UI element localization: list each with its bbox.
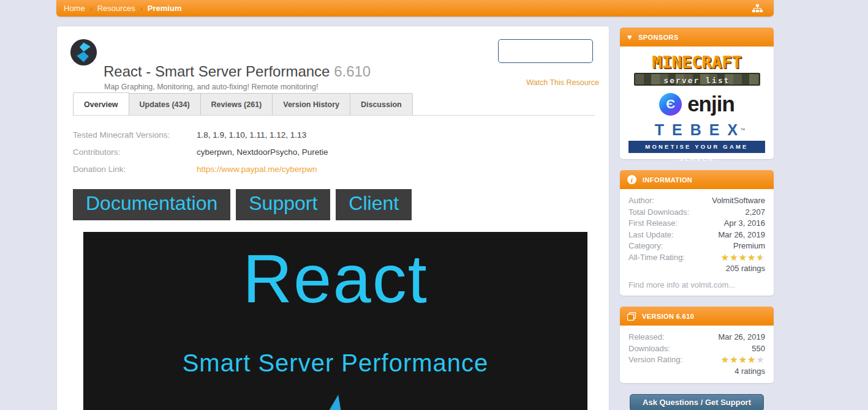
- version-label: Released:: [628, 332, 665, 343]
- author-link[interactable]: VolmitSoftware: [712, 195, 765, 207]
- page-title: React - Smart Server Performance 6.610: [104, 63, 371, 80]
- all-time-rating-stars: ★★★★★ ★★★★★: [721, 252, 765, 264]
- resource-banner-image: React Smart Server Performance: [83, 232, 587, 410]
- sponsors-body: MINECRAFT server list Є enjin TEBEX™ MON…: [620, 47, 774, 159]
- chevron-right-icon: ›: [90, 4, 92, 13]
- detail-row-donation: Donation Link: https://www.paypal.me/cyb…: [73, 163, 595, 175]
- info-row-category: Category: Premium: [628, 240, 765, 252]
- breadcrumb-premium: Premium: [148, 4, 182, 13]
- tab-reviews[interactable]: Reviews (261): [201, 93, 273, 116]
- support-button[interactable]: Support: [236, 189, 330, 220]
- info-row-author: Author: VolmitSoftware: [628, 195, 765, 207]
- stars-fill: ★★★★★: [721, 252, 761, 263]
- tab-version-history[interactable]: Version History: [273, 93, 350, 116]
- tab-divider: [73, 115, 595, 116]
- detail-row-versions: Tested Minecraft Versions: 1.8, 1.9, 1.1…: [73, 129, 595, 141]
- detail-label: Donation Link:: [73, 163, 197, 175]
- version-row-released: Released: Mar 26, 2019: [628, 332, 765, 343]
- sponsors-panel: ♥ SPONSORS MINECRAFT server list Є enjin…: [620, 28, 774, 159]
- version-value: 550: [752, 343, 765, 355]
- detail-value: cyberpwn, NextdoorPsycho, Puretie: [197, 146, 328, 158]
- heart-icon: ♥: [627, 32, 632, 42]
- resource-details: Tested Minecraft Versions: 1.8, 1.9, 1.1…: [73, 129, 595, 181]
- detail-value: 1.8, 1.9, 1.10, 1.11, 1.12, 1.13: [197, 129, 306, 141]
- buy-now-label: Buy Now for 7.99 USD: [499, 42, 592, 52]
- version-label: Downloads:: [628, 343, 670, 355]
- chevron-right-icon: ›: [140, 4, 143, 13]
- category-link[interactable]: Premium: [733, 240, 765, 252]
- find-more-info-link[interactable]: Find more info at volmit.com...: [628, 280, 765, 289]
- documentation-button[interactable]: Documentation: [73, 189, 230, 220]
- info-value: Mar 26, 2019: [718, 229, 765, 241]
- banner-title: React: [83, 239, 587, 318]
- version-value: Mar 26, 2019: [718, 332, 765, 343]
- client-button[interactable]: Client: [336, 189, 412, 220]
- detail-label: Tested Minecraft Versions:: [73, 129, 197, 141]
- info-row-first-release: First Release: Apr 3, 2016: [628, 218, 765, 229]
- sponsors-header: ♥ SPONSORS: [620, 28, 774, 47]
- resource-tagline: Map Graphing, Monitoring, and auto-fixin…: [104, 83, 319, 91]
- info-label: Author:: [628, 195, 654, 207]
- tebex-trademark: ™: [740, 127, 745, 133]
- info-row-last-update: Last Update: Mar 26, 2019: [628, 229, 765, 241]
- donation-link[interactable]: https://www.paypal.me/cyberpwn: [197, 163, 317, 175]
- tebex-tagline: MONETISE YOUR GAME SERVER: [628, 141, 765, 153]
- version-header: VERSION 6.610: [620, 307, 774, 326]
- info-label: Last Update:: [628, 229, 674, 241]
- sidebar: ♥ SPONSORS MINECRAFT server list Є enjin…: [620, 28, 774, 410]
- ask-questions-button[interactable]: Ask Questions / Get Support: [630, 394, 764, 410]
- version-row-rating: Version Rating: ★★★★★ ★★★★★: [628, 354, 765, 366]
- enjin-logo-text: enjin: [687, 92, 734, 116]
- version-body: Released: Mar 26, 2019 Downloads: 550 Ve…: [620, 326, 774, 383]
- breadcrumb: Home › Resources › Premium: [56, 0, 774, 17]
- watch-resource-link[interactable]: Watch This Resource: [526, 78, 599, 87]
- page: Home › Resources › Premium React - Smart…: [0, 0, 868, 410]
- info-label: First Release:: [628, 218, 677, 229]
- resource-logo-avatar[interactable]: [70, 39, 97, 66]
- resource-tabs: Overview Updates (434) Reviews (261) Ver…: [73, 92, 413, 116]
- tab-overview[interactable]: Overview: [73, 92, 129, 116]
- buy-file-size: 1.8 MB .jar: [499, 52, 592, 60]
- all-time-ratings-count: 205 ratings: [628, 263, 765, 274]
- info-label: Total Downloads:: [628, 207, 689, 218]
- enjin-banner[interactable]: Є enjin: [628, 92, 765, 116]
- resource-title-text: React - Smart Server Performance: [104, 63, 330, 80]
- version-panel: VERSION 6.610 Released: Mar 26, 2019 Dow…: [620, 307, 774, 383]
- detail-row-contributors: Contributors: cyberpwn, NextdoorPsycho, …: [73, 146, 595, 158]
- tebex-wordmark: TEBEX™: [628, 121, 765, 139]
- information-header-label: INFORMATION: [643, 176, 692, 184]
- server-list-logo-text: server list: [634, 73, 760, 86]
- copy-pages-icon: [627, 312, 636, 321]
- version-ratings-count: 4 ratings: [628, 366, 765, 377]
- version-rating-stars: ★★★★★ ★★★★★: [721, 354, 765, 366]
- stars-fill: ★★★★★: [721, 354, 757, 365]
- tebex-banner[interactable]: TEBEX™ MONETISE YOUR GAME SERVER: [628, 121, 765, 153]
- enjin-icon: Є: [659, 93, 682, 116]
- tab-discussion[interactable]: Discussion: [350, 93, 413, 116]
- info-label: Category:: [628, 240, 663, 252]
- info-row-rating: All-Time Rating: ★★★★★ ★★★★★: [628, 252, 765, 264]
- info-value: 2,207: [745, 207, 765, 218]
- buy-now-button[interactable]: Buy Now for 7.99 USD 1.8 MB .jar: [498, 39, 593, 63]
- banner-logo-triangle: [327, 395, 342, 410]
- breadcrumb-resources[interactable]: Resources: [97, 4, 135, 13]
- minecraft-server-list-banner[interactable]: MINECRAFT server list: [628, 53, 765, 86]
- sponsors-header-label: SPONSORS: [638, 34, 679, 41]
- minecraft-logo-text: MINECRAFT: [628, 53, 765, 72]
- tebex-logo-text: TEBEX: [655, 121, 745, 138]
- sitemap-icon[interactable]: [752, 4, 766, 13]
- detail-label: Contributors:: [73, 146, 197, 158]
- quick-links: Documentation Support Client: [73, 189, 412, 220]
- information-body: Author: VolmitSoftware Total Downloads: …: [620, 189, 774, 296]
- breadcrumb-home[interactable]: Home: [64, 4, 85, 13]
- information-header: i INFORMATION: [620, 170, 774, 189]
- tab-updates[interactable]: Updates (434): [129, 93, 201, 116]
- version-label: Version Rating:: [628, 354, 682, 366]
- resource-main-panel: React - Smart Server Performance 6.610 M…: [56, 26, 609, 410]
- info-row-downloads: Total Downloads: 2,207: [628, 207, 765, 218]
- resource-version: 6.610: [334, 63, 371, 80]
- info-value: Apr 3, 2016: [724, 218, 765, 229]
- info-label: All-Time Rating:: [628, 252, 685, 264]
- information-panel: i INFORMATION Author: VolmitSoftware Tot…: [620, 170, 774, 296]
- banner-subtitle: Smart Server Performance: [83, 349, 587, 377]
